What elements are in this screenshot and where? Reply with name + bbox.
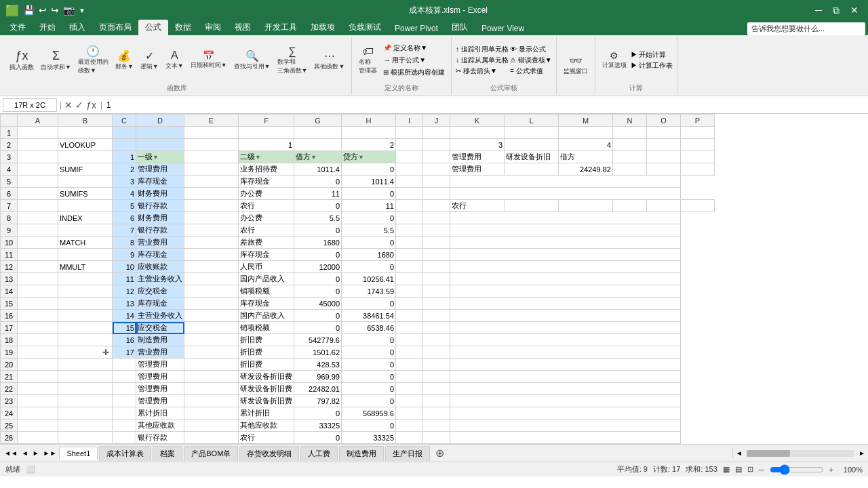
calculation-options-button[interactable]: ⚙ 计算选项: [599, 49, 629, 71]
cell-E23[interactable]: [184, 395, 239, 407]
cell-A7[interactable]: [18, 200, 58, 212]
cell-E14[interactable]: [184, 285, 239, 298]
cell-C15[interactable]: 13: [113, 298, 136, 310]
name-manager-button[interactable]: 🏷 名称管理器: [356, 44, 380, 77]
tab-page-layout[interactable]: 页面布局: [92, 20, 138, 35]
sheet-tab-labor[interactable]: 人工费: [300, 446, 338, 461]
cell-E1[interactable]: [184, 127, 239, 139]
cell-I16[interactable]: [396, 310, 423, 322]
col-header-D[interactable]: D: [136, 115, 184, 127]
cell-H1[interactable]: [342, 127, 396, 139]
cell-K24-span[interactable]: [450, 407, 681, 420]
cell-L7[interactable]: [505, 200, 559, 212]
cell-F19[interactable]: 折旧费: [239, 346, 294, 359]
view-normal-icon[interactable]: ▦: [723, 465, 730, 474]
cell-K1[interactable]: [450, 127, 505, 139]
create-from-selection-button[interactable]: ⊞ 根据所选内容创建: [381, 67, 447, 78]
cell-D11[interactable]: 库存现金: [136, 249, 184, 261]
cell-K18-span[interactable]: [450, 334, 681, 346]
redo-icon[interactable]: ↪: [51, 5, 59, 16]
cell-A2[interactable]: [18, 139, 58, 151]
cell-C18[interactable]: 16: [113, 334, 136, 346]
cell-K15-span[interactable]: [450, 298, 681, 310]
cell-F17[interactable]: 销项税额: [239, 322, 294, 334]
cell-K19-span[interactable]: [450, 346, 681, 359]
macro-record-icon[interactable]: ⬜: [26, 465, 35, 474]
cell-D20[interactable]: 管理费用: [136, 359, 184, 371]
cell-C16[interactable]: 14: [113, 310, 136, 322]
cell-D12[interactable]: 应收账款: [136, 261, 184, 273]
calc-sheet-button[interactable]: ▶ 计算工作表: [631, 61, 673, 70]
cell-A17[interactable]: [18, 322, 58, 334]
text-button[interactable]: A 文本▼: [163, 48, 186, 72]
col-header-C[interactable]: C: [113, 115, 136, 127]
cell-E12[interactable]: [184, 261, 239, 273]
cell-L3[interactable]: 研发设备折旧: [505, 151, 559, 163]
cell-I13[interactable]: [396, 273, 423, 285]
cell-E17[interactable]: [184, 322, 239, 334]
cell-F13[interactable]: 国内产品收入: [239, 273, 294, 285]
sheet-tab-manufacturing[interactable]: 制造费用: [339, 446, 384, 461]
cell-N4[interactable]: [613, 163, 647, 176]
cell-G7[interactable]: 0: [294, 200, 342, 212]
cell-H26[interactable]: 33325: [342, 432, 396, 444]
cell-G8[interactable]: 5.5: [294, 212, 342, 224]
search-help-box[interactable]: 告诉我您想要做什么...: [747, 22, 865, 35]
cell-O7[interactable]: [647, 200, 681, 212]
cell-I25[interactable]: [396, 420, 423, 432]
cell-I21[interactable]: [396, 371, 423, 383]
cell-E24[interactable]: [184, 407, 239, 420]
cell-K13-span[interactable]: [450, 273, 681, 285]
sheet-tab-bom[interactable]: 产品BOM单: [184, 446, 238, 461]
cell-C6[interactable]: 4: [113, 188, 136, 200]
cell-C5[interactable]: 3: [113, 176, 136, 188]
formula-value-button[interactable]: = 公式求值: [510, 66, 552, 76]
cell-I1[interactable]: [396, 127, 423, 139]
cell-K20-span[interactable]: [450, 359, 681, 371]
cell-F21[interactable]: 研发设备折旧费: [239, 371, 294, 383]
cell-O1[interactable]: [647, 127, 681, 139]
scrollbar-right-icon[interactable]: ►: [856, 448, 868, 458]
cell-H10[interactable]: 0: [342, 237, 396, 249]
col-header-O[interactable]: O: [647, 115, 681, 127]
scrollbar-thumb[interactable]: [747, 450, 790, 457]
cell-I3[interactable]: [396, 151, 423, 163]
add-sheet-button[interactable]: ⊕: [431, 445, 448, 461]
cell-B12[interactable]: MMULT: [58, 261, 113, 273]
tab-power-view[interactable]: Power View: [475, 22, 531, 35]
cell-G6[interactable]: 11: [294, 188, 342, 200]
cell-J16[interactable]: [423, 310, 450, 322]
sheet-tab-archive[interactable]: 档案: [153, 446, 182, 461]
dropdown-G3[interactable]: ▼: [311, 154, 317, 161]
cell-I18[interactable]: [396, 334, 423, 346]
cell-M3[interactable]: 借方: [559, 151, 613, 163]
cell-A14[interactable]: [18, 285, 58, 298]
cell-I17[interactable]: [396, 322, 423, 334]
cell-D24[interactable]: 累计折旧: [136, 407, 184, 420]
cell-I22[interactable]: [396, 383, 423, 395]
cell-P7[interactable]: [681, 200, 715, 212]
cell-H12[interactable]: 0: [342, 261, 396, 273]
cell-A20[interactable]: [18, 359, 58, 371]
cell-J17[interactable]: [423, 322, 450, 334]
confirm-formula-icon[interactable]: ✓: [75, 100, 83, 110]
tab-load-test[interactable]: 负载测试: [342, 20, 388, 35]
cell-B2[interactable]: VLOOKUP: [58, 139, 113, 151]
formula-input[interactable]: [106, 100, 865, 110]
cell-K7[interactable]: 农行: [450, 200, 505, 212]
col-header-F[interactable]: F: [239, 115, 294, 127]
cell-B13[interactable]: [58, 273, 113, 285]
cell-K9-span[interactable]: [450, 224, 681, 237]
cell-I5[interactable]: [396, 176, 423, 188]
cell-C26[interactable]: [113, 432, 136, 444]
cell-C8[interactable]: 6: [113, 212, 136, 224]
cell-I14[interactable]: [396, 285, 423, 298]
remove-arrows-button[interactable]: ✂ 移去箭头▼: [456, 66, 509, 76]
cell-F3[interactable]: 二级▼: [239, 151, 294, 163]
cell-D5[interactable]: 库存现金: [136, 176, 184, 188]
cell-D23[interactable]: 管理费用: [136, 395, 184, 407]
cell-J6[interactable]: [423, 188, 450, 200]
cell-H13[interactable]: 10256.41: [342, 273, 396, 285]
cell-D18[interactable]: 制造费用: [136, 334, 184, 346]
cell-A15[interactable]: [18, 298, 58, 310]
